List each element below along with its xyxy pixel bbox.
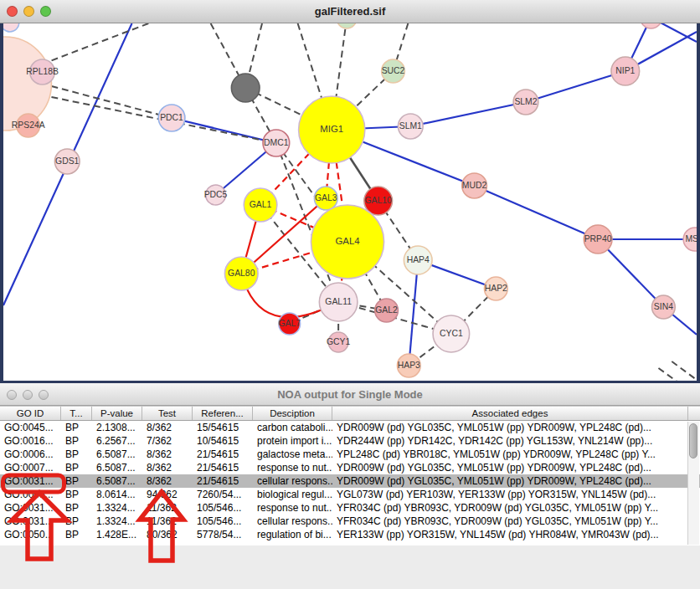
graph-node-HAP2[interactable]: HAP2: [484, 277, 507, 300]
table-cell[interactable]: 8.0614...: [92, 488, 142, 501]
graph-node-PDC1[interactable]: PDC1: [158, 105, 185, 131]
table-cell[interactable]: YFR034C (pd) YBR093C, YDR009W (pd) YGL03…: [332, 501, 688, 515]
table-cell[interactable]: 1.428E...: [92, 528, 142, 541]
graph-node-SUC2[interactable]: SUC2: [382, 59, 405, 83]
table-cell[interactable]: 10/54615: [193, 434, 253, 448]
graph-node-MIG1[interactable]: MIG1: [299, 96, 365, 163]
table-cell[interactable]: BP: [61, 501, 92, 515]
graph-node-HAP3[interactable]: HAP3: [397, 354, 420, 377]
table-cell[interactable]: YFR034C (pd) YBR093C, YDR009W (pd) YGL03…: [332, 515, 688, 528]
table-row[interactable]: GO:0031...BP1.3324...11/362105/546...res…: [0, 501, 700, 515]
table-row[interactable]: GO:0006...BP6.5087...8/36221/54615galact…: [0, 448, 700, 461]
table-cell[interactable]: BP: [61, 474, 92, 488]
column-header-test[interactable]: Test: [142, 407, 193, 420]
graph-node-SIN4[interactable]: SIN4: [652, 295, 676, 319]
table-cell[interactable]: YDR009W (pd) YGL035C, YML051W (pp) YDR00…: [332, 421, 688, 434]
table-cell[interactable]: 11/362: [142, 501, 193, 515]
table-cell[interactable]: YDR009W (pd) YGL035C, YML051W (pp) YDR00…: [332, 461, 688, 474]
table-cell[interactable]: 105/546...: [193, 515, 253, 528]
table-cell[interactable]: GO:0007...: [0, 461, 61, 474]
table-cell[interactable]: YDR244W (pp) YDR142C, YDR142C (pp) YGL15…: [332, 434, 688, 448]
table-cell[interactable]: YPL248C (pd) YBR018C, YML051W (pp) YDR00…: [332, 448, 688, 461]
table-row[interactable]: GO:0016...BP6.2567...7/36210/54615protei…: [0, 434, 700, 448]
table-row[interactable]: GO:0045...BP2.1308...8/36215/54615carbon…: [0, 421, 700, 434]
table-cell[interactable]: 8/362: [142, 461, 193, 474]
network-canvas[interactable]: RPL18BRPS24AGDS1PDC1DMC1MIG1SUC2SLM1SLM2…: [0, 23, 700, 383]
table-row[interactable]: GO:0007...BP6.5087...8/36221/54615respon…: [0, 461, 700, 474]
column-header-go-id[interactable]: GO ID: [0, 407, 61, 420]
table-cell[interactable]: 21/54615: [193, 448, 253, 461]
table-cell[interactable]: response to nut...: [253, 501, 332, 515]
table-cell[interactable]: 5778/54...: [193, 528, 253, 541]
table-cell[interactable]: cellular respons...: [253, 474, 332, 488]
graph-node-GAL1[interactable]: GAL1: [244, 188, 277, 222]
table-cell[interactable]: BP: [61, 515, 92, 528]
table-cell[interactable]: BP: [61, 448, 92, 461]
vertical-scrollbar[interactable]: [687, 422, 699, 545]
graph-node-partial-topleft[interactable]: [3, 23, 19, 32]
column-header-desciption[interactable]: Desciption: [253, 407, 332, 420]
table-cell[interactable]: carbon cataboli...: [253, 421, 332, 434]
graph-node-MUD2[interactable]: MUD2: [462, 173, 487, 198]
graph-node-pinkpartial[interactable]: [641, 23, 662, 28]
table-cell[interactable]: 8/362: [142, 448, 193, 461]
noa-window-titlebar[interactable]: NOA output for Single Mode: [0, 383, 700, 406]
scrollbar-thumb[interactable]: [689, 423, 697, 458]
table-cell[interactable]: BP: [61, 434, 92, 448]
table-cell[interactable]: 105/546...: [193, 501, 253, 515]
table-cell[interactable]: BP: [61, 461, 92, 474]
graph-node-SLM1[interactable]: SLM1: [398, 114, 423, 139]
table-cell[interactable]: cellular respons...: [253, 515, 332, 528]
column-header-referen-[interactable]: Referen...: [193, 407, 253, 420]
table-cell[interactable]: 7260/54...: [193, 488, 253, 501]
table-cell[interactable]: 2.1308...: [92, 421, 142, 434]
table-cell[interactable]: 8/362: [142, 474, 193, 488]
graph-node-GAL7[interactable]: GAL7: [278, 313, 301, 335]
table-cell[interactable]: regulation of bi...: [253, 528, 332, 541]
table-row[interactable]: GO:0031...BP1.3324...11/362105/546...cel…: [0, 515, 700, 528]
table-cell[interactable]: GO:0031...: [0, 474, 61, 488]
graph-window-titlebar[interactable]: galFiltered.sif: [0, 0, 700, 23]
table-row[interactable]: GO:0031...BP6.5087...8/36221/54615cellul…: [0, 474, 700, 488]
table-row[interactable]: GO:0050...BP1.428E...80/3625778/54...reg…: [0, 528, 700, 541]
graph-node-greenpartial[interactable]: [337, 23, 357, 28]
table-cell[interactable]: BP: [61, 421, 92, 434]
graph-node-GAL2[interactable]: GAL2: [375, 299, 399, 322]
graph-node-NIP1[interactable]: NIP1: [611, 57, 640, 85]
table-cell[interactable]: 6.5087...: [92, 461, 142, 474]
graph-node-PRP40[interactable]: PRP40: [584, 225, 612, 254]
table-cell[interactable]: 21/54615: [193, 461, 253, 474]
graph-node-HAP4[interactable]: HAP4: [404, 246, 432, 274]
table-cell[interactable]: 15/54615: [193, 421, 253, 434]
graph-node-GAL4[interactable]: GAL4: [311, 205, 383, 279]
table-cell[interactable]: GO:0031...: [0, 515, 61, 528]
table-cell[interactable]: 21/54615: [193, 474, 253, 488]
table-cell[interactable]: 80/362: [142, 528, 193, 541]
table-cell[interactable]: protein import i...: [253, 434, 332, 448]
table-cell[interactable]: GO:0050...: [0, 528, 61, 541]
graph-node-GCY1[interactable]: GCY1: [327, 332, 350, 352]
table-cell[interactable]: 6.5087...: [92, 448, 142, 461]
table-cell[interactable]: GO:0045...: [0, 421, 61, 434]
graph-node-DMC1[interactable]: DMC1: [263, 130, 290, 156]
table-cell[interactable]: GO:0006...: [0, 448, 61, 461]
table-cell[interactable]: 1.3324...: [92, 515, 142, 528]
table-cell[interactable]: YGL073W (pd) YER103W, YER133W (pp) YOR31…: [332, 488, 688, 501]
graph-node-graynode[interactable]: [231, 74, 260, 102]
graph-node-GAL3[interactable]: GAL3: [314, 187, 337, 210]
graph-node-GDS1[interactable]: GDS1: [54, 149, 80, 174]
table-cell[interactable]: YDR009W (pd) YGL035C, YML051W (pp) YDR00…: [332, 474, 688, 488]
table-cell[interactable]: GO:0065...: [0, 488, 61, 501]
graph-node-CYC1[interactable]: CYC1: [433, 315, 470, 352]
table-cell[interactable]: 7/362: [142, 434, 193, 448]
graph-node-GAL11[interactable]: GAL11: [319, 283, 358, 321]
table-cell[interactable]: BP: [61, 488, 92, 501]
column-header-associated-edges[interactable]: Associated edges: [332, 407, 688, 420]
table-cell[interactable]: GO:0031...: [0, 501, 61, 515]
table-cell[interactable]: 94/362: [142, 488, 193, 501]
table-cell[interactable]: 6.5087...: [92, 474, 142, 488]
table-cell[interactable]: 1.3324...: [92, 501, 142, 515]
graph-node-MSN[interactable]: MSN: [683, 228, 697, 251]
table-cell[interactable]: 8/362: [142, 421, 193, 434]
table-cell[interactable]: response to nut...: [253, 461, 332, 474]
